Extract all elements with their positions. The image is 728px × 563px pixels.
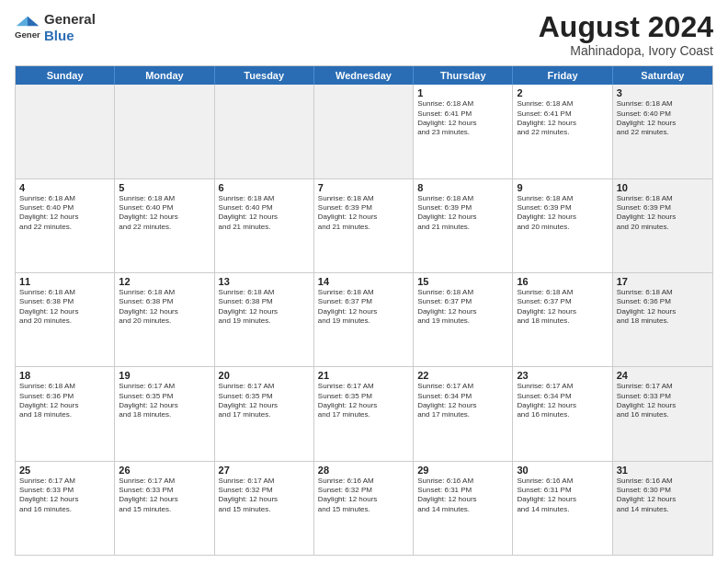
day-header-friday: Friday bbox=[513, 66, 612, 85]
day-cell-3: 3Sunrise: 6:18 AM Sunset: 6:40 PM Daylig… bbox=[613, 85, 712, 178]
day-cell-18: 18Sunrise: 6:18 AM Sunset: 6:36 PM Dayli… bbox=[16, 367, 115, 460]
day-cell-29: 29Sunrise: 6:16 AM Sunset: 6:31 PM Dayli… bbox=[414, 462, 513, 555]
day-number: 6 bbox=[219, 182, 310, 193]
day-cell-11: 11Sunrise: 6:18 AM Sunset: 6:38 PM Dayli… bbox=[16, 273, 115, 366]
week-row-5: 25Sunrise: 6:17 AM Sunset: 6:33 PM Dayli… bbox=[16, 462, 712, 555]
day-cell-13: 13Sunrise: 6:18 AM Sunset: 6:38 PM Dayli… bbox=[215, 273, 314, 366]
day-info: Sunrise: 6:18 AM Sunset: 6:36 PM Dayligh… bbox=[617, 288, 709, 327]
day-number: 24 bbox=[617, 370, 709, 381]
svg-text:Blue: Blue bbox=[15, 39, 34, 40]
day-header-monday: Monday bbox=[115, 66, 214, 85]
day-cell-23: 23Sunrise: 6:17 AM Sunset: 6:34 PM Dayli… bbox=[513, 367, 612, 460]
day-info: Sunrise: 6:18 AM Sunset: 6:40 PM Dayligh… bbox=[617, 99, 709, 138]
day-number: 18 bbox=[19, 370, 110, 381]
day-number: 13 bbox=[219, 276, 310, 287]
day-number: 21 bbox=[318, 370, 409, 381]
day-number: 2 bbox=[517, 87, 608, 98]
day-cell-12: 12Sunrise: 6:18 AM Sunset: 6:38 PM Dayli… bbox=[115, 273, 214, 366]
empty-cell bbox=[16, 85, 115, 178]
day-info: Sunrise: 6:18 AM Sunset: 6:39 PM Dayligh… bbox=[318, 194, 409, 233]
day-number: 22 bbox=[417, 370, 508, 381]
day-cell-7: 7Sunrise: 6:18 AM Sunset: 6:39 PM Daylig… bbox=[314, 179, 414, 272]
day-number: 17 bbox=[617, 276, 709, 287]
calendar: SundayMondayTuesdayWednesdayThursdayFrid… bbox=[15, 65, 713, 556]
title-block: August 2024 Mahinadopa, Ivory Coast bbox=[539, 11, 713, 58]
day-cell-19: 19Sunrise: 6:17 AM Sunset: 6:35 PM Dayli… bbox=[115, 367, 214, 460]
day-info: Sunrise: 6:16 AM Sunset: 6:31 PM Dayligh… bbox=[517, 477, 608, 515]
day-cell-5: 5Sunrise: 6:18 AM Sunset: 6:40 PM Daylig… bbox=[115, 179, 214, 272]
day-info: Sunrise: 6:17 AM Sunset: 6:33 PM Dayligh… bbox=[19, 477, 110, 515]
logo-general-text: General bbox=[44, 11, 96, 28]
day-number: 30 bbox=[517, 465, 608, 476]
day-number: 20 bbox=[219, 370, 310, 381]
day-info: Sunrise: 6:18 AM Sunset: 6:41 PM Dayligh… bbox=[417, 99, 508, 138]
day-number: 9 bbox=[517, 182, 608, 193]
day-number: 26 bbox=[119, 465, 210, 476]
day-info: Sunrise: 6:18 AM Sunset: 6:39 PM Dayligh… bbox=[617, 194, 709, 233]
day-number: 19 bbox=[119, 370, 210, 381]
day-cell-15: 15Sunrise: 6:18 AM Sunset: 6:37 PM Dayli… bbox=[414, 273, 513, 366]
day-number: 25 bbox=[19, 465, 110, 476]
logo: General Blue General Blue bbox=[15, 11, 96, 44]
day-info: Sunrise: 6:17 AM Sunset: 6:34 PM Dayligh… bbox=[417, 382, 508, 420]
week-row-4: 18Sunrise: 6:18 AM Sunset: 6:36 PM Dayli… bbox=[16, 367, 712, 461]
day-cell-22: 22Sunrise: 6:17 AM Sunset: 6:34 PM Dayli… bbox=[414, 367, 513, 460]
day-info: Sunrise: 6:16 AM Sunset: 6:31 PM Dayligh… bbox=[417, 477, 508, 515]
day-cell-8: 8Sunrise: 6:18 AM Sunset: 6:39 PM Daylig… bbox=[414, 179, 513, 272]
day-number: 23 bbox=[517, 370, 608, 381]
month-title: August 2024 bbox=[539, 11, 713, 43]
day-number: 28 bbox=[318, 465, 409, 476]
day-info: Sunrise: 6:18 AM Sunset: 6:40 PM Dayligh… bbox=[219, 194, 310, 233]
svg-marker-0 bbox=[28, 17, 39, 27]
header: General Blue General Blue August 2024 Ma… bbox=[15, 11, 713, 58]
day-info: Sunrise: 6:17 AM Sunset: 6:35 PM Dayligh… bbox=[119, 382, 210, 420]
day-info: Sunrise: 6:18 AM Sunset: 6:38 PM Dayligh… bbox=[19, 288, 110, 327]
day-cell-31: 31Sunrise: 6:16 AM Sunset: 6:30 PM Dayli… bbox=[613, 462, 712, 555]
day-cell-6: 6Sunrise: 6:18 AM Sunset: 6:40 PM Daylig… bbox=[215, 179, 314, 272]
day-number: 31 bbox=[617, 465, 709, 476]
week-row-1: 1Sunrise: 6:18 AM Sunset: 6:41 PM Daylig… bbox=[16, 85, 712, 178]
day-cell-4: 4Sunrise: 6:18 AM Sunset: 6:40 PM Daylig… bbox=[16, 179, 115, 272]
day-info: Sunrise: 6:17 AM Sunset: 6:33 PM Dayligh… bbox=[119, 477, 210, 515]
day-info: Sunrise: 6:16 AM Sunset: 6:30 PM Dayligh… bbox=[617, 477, 709, 515]
day-cell-10: 10Sunrise: 6:18 AM Sunset: 6:39 PM Dayli… bbox=[613, 179, 712, 272]
day-number: 12 bbox=[119, 276, 210, 287]
day-cell-9: 9Sunrise: 6:18 AM Sunset: 6:39 PM Daylig… bbox=[513, 179, 612, 272]
svg-text:General: General bbox=[15, 29, 40, 40]
empty-cell bbox=[215, 85, 314, 178]
day-info: Sunrise: 6:17 AM Sunset: 6:32 PM Dayligh… bbox=[219, 477, 310, 515]
week-row-3: 11Sunrise: 6:18 AM Sunset: 6:38 PM Dayli… bbox=[16, 273, 712, 367]
empty-cell bbox=[314, 85, 414, 178]
day-cell-20: 20Sunrise: 6:17 AM Sunset: 6:35 PM Dayli… bbox=[215, 367, 314, 460]
day-cell-16: 16Sunrise: 6:18 AM Sunset: 6:37 PM Dayli… bbox=[513, 273, 612, 366]
empty-cell bbox=[115, 85, 214, 178]
day-number: 27 bbox=[219, 465, 310, 476]
calendar-header: SundayMondayTuesdayWednesdayThursdayFrid… bbox=[16, 66, 712, 85]
day-header-thursday: Thursday bbox=[414, 66, 513, 85]
svg-marker-1 bbox=[17, 17, 28, 27]
day-cell-30: 30Sunrise: 6:16 AM Sunset: 6:31 PM Dayli… bbox=[513, 462, 612, 555]
day-number: 3 bbox=[617, 87, 709, 98]
logo-icon: General Blue bbox=[15, 15, 40, 40]
day-header-sunday: Sunday bbox=[16, 66, 115, 85]
day-info: Sunrise: 6:17 AM Sunset: 6:35 PM Dayligh… bbox=[318, 382, 409, 420]
day-number: 16 bbox=[517, 276, 608, 287]
day-number: 11 bbox=[19, 276, 110, 287]
day-cell-14: 14Sunrise: 6:18 AM Sunset: 6:37 PM Dayli… bbox=[314, 273, 414, 366]
day-header-wednesday: Wednesday bbox=[314, 66, 414, 85]
day-number: 14 bbox=[318, 276, 409, 287]
day-number: 4 bbox=[19, 182, 110, 193]
day-info: Sunrise: 6:18 AM Sunset: 6:39 PM Dayligh… bbox=[517, 194, 608, 233]
day-number: 7 bbox=[318, 182, 409, 193]
day-header-saturday: Saturday bbox=[613, 66, 712, 85]
day-cell-17: 17Sunrise: 6:18 AM Sunset: 6:36 PM Dayli… bbox=[613, 273, 712, 366]
day-cell-1: 1Sunrise: 6:18 AM Sunset: 6:41 PM Daylig… bbox=[414, 85, 513, 178]
day-info: Sunrise: 6:18 AM Sunset: 6:38 PM Dayligh… bbox=[219, 288, 310, 327]
day-header-tuesday: Tuesday bbox=[215, 66, 314, 85]
day-info: Sunrise: 6:17 AM Sunset: 6:33 PM Dayligh… bbox=[617, 382, 709, 420]
location-subtitle: Mahinadopa, Ivory Coast bbox=[539, 43, 713, 58]
day-info: Sunrise: 6:18 AM Sunset: 6:40 PM Dayligh… bbox=[19, 194, 110, 233]
week-row-2: 4Sunrise: 6:18 AM Sunset: 6:40 PM Daylig… bbox=[16, 179, 712, 273]
day-info: Sunrise: 6:18 AM Sunset: 6:38 PM Dayligh… bbox=[119, 288, 210, 327]
day-number: 5 bbox=[119, 182, 210, 193]
